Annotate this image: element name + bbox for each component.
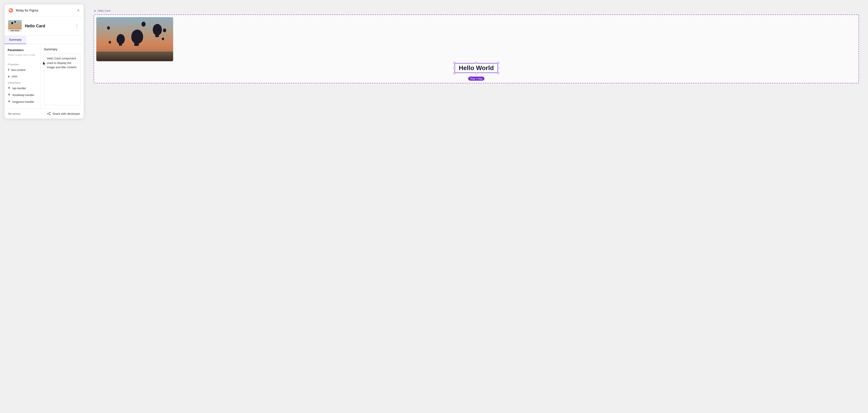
summary-section-title: Summary: [44, 47, 81, 51]
content-sidebar: Parameters Select a layer first to add .…: [4, 44, 41, 108]
share-icon: [47, 112, 51, 116]
content-area: Parameters Select a layer first to add .…: [4, 44, 84, 108]
balloon-scene: [96, 17, 173, 61]
tab-summary-left[interactable]: Summary: [4, 36, 26, 44]
balloon-small1: [142, 22, 146, 27]
hug-badge: Hug × Hug: [468, 76, 485, 81]
sidebar-item-longpress-handler[interactable]: longpress-handler: [4, 98, 40, 105]
canvas-component-label: ✦ Hello Card: [94, 9, 859, 13]
component-name: Hello Card: [25, 24, 74, 29]
svg-point-1: [9, 9, 11, 11]
component-header: Hello World Hello Card ⋮: [4, 17, 84, 36]
color-label: color: [11, 75, 18, 78]
svg-point-6: [9, 94, 9, 95]
sidebar-item-doubletap-handler[interactable]: doubletap-handler: [4, 92, 40, 98]
panel-header-left: Relay for Figma: [8, 8, 38, 13]
canvas-component-name: Hello Card: [98, 9, 111, 12]
doubletap-handler-label: doubletap-handler: [12, 94, 34, 97]
hug-badge-container: Hug × Hug: [96, 75, 856, 81]
share-label: Share with developer: [53, 112, 80, 116]
svg-point-11: [50, 114, 51, 115]
summary-textarea[interactable]: Hello Card component used to display the…: [44, 54, 81, 105]
scene-ground: [96, 52, 173, 61]
tap-handler-label: tap-handler: [12, 87, 26, 90]
svg-point-8: [9, 101, 9, 101]
canvas-area: ✦ Hello Card: [89, 4, 864, 88]
thumbnail-balloon2: [14, 21, 16, 23]
sidebar-item-tap-handler[interactable]: tap-handler: [4, 85, 40, 92]
sidebar-item-text-content[interactable]: T text-content: [4, 67, 40, 73]
relay-logo-icon: [8, 8, 13, 13]
thumbnail-balloon: [11, 22, 13, 24]
handle-br: [497, 72, 499, 74]
interactions-label: Interactions: [4, 80, 40, 85]
panel-footer: No errors Share with developer: [4, 108, 84, 119]
balloon-right: [153, 24, 162, 35]
title-container: Hello World: [455, 63, 498, 73]
panel-header: Relay for Figma ×: [4, 4, 84, 17]
handle-tl: [454, 62, 455, 64]
paint-icon: ◈: [8, 75, 10, 78]
handle-bm: [475, 72, 477, 74]
parameters-title: Parameters: [4, 47, 40, 54]
card-title-row: Hello World: [96, 63, 856, 73]
svg-point-9: [50, 112, 51, 113]
basket-large: [134, 43, 139, 46]
svg-point-4: [9, 88, 9, 88]
gesture-icon-doubletap: [8, 93, 11, 97]
sidebar-item-color[interactable]: ◈ color: [4, 73, 40, 80]
close-button[interactable]: ×: [76, 8, 80, 13]
balloon-small4: [107, 26, 110, 30]
text-content-label: text-content: [11, 68, 26, 72]
card-title: Hello World: [455, 63, 498, 73]
sidebar-hint: Select a layer first to add ...: [4, 54, 40, 61]
balloon-large: [131, 30, 143, 43]
svg-point-10: [47, 113, 48, 114]
card-image: [96, 17, 173, 61]
balloon-small5: [109, 41, 111, 43]
handle-bl: [454, 72, 455, 74]
handle-tr: [497, 62, 499, 64]
longpress-handler-label: longpress-handler: [12, 100, 34, 103]
canvas-component-icon: ✦: [94, 9, 96, 13]
tabs-row: Summary: [4, 36, 84, 44]
handle-ml: [454, 67, 455, 69]
thumbnail-label: Hello World: [8, 29, 22, 32]
handle-mr: [497, 67, 499, 69]
component-thumbnail: Hello World: [8, 20, 22, 32]
text-icon: T: [8, 68, 9, 72]
no-errors-label: No errors: [8, 112, 20, 116]
balloon-small2: [163, 29, 166, 32]
svg-point-2: [11, 10, 12, 12]
handle-tm: [475, 62, 477, 64]
balloon-left: [117, 34, 125, 44]
basket-left: [119, 43, 122, 45]
gesture-icon-longpress: [8, 100, 11, 104]
balloon-small3: [162, 37, 164, 40]
canvas-card: Hello World Hug × Hug: [94, 14, 859, 83]
relay-panel: Relay for Figma × Hello World Hello Card…: [4, 4, 84, 119]
content-main: Summary Hello Card component used to dis…: [41, 44, 84, 108]
more-options-button[interactable]: ⋮: [74, 22, 80, 30]
gesture-icon-tap: [8, 87, 11, 90]
basket-right: [155, 35, 159, 37]
share-button[interactable]: Share with developer: [47, 112, 80, 116]
properties-label: Properties: [4, 61, 40, 67]
panel-title: Relay for Figma: [16, 8, 38, 12]
